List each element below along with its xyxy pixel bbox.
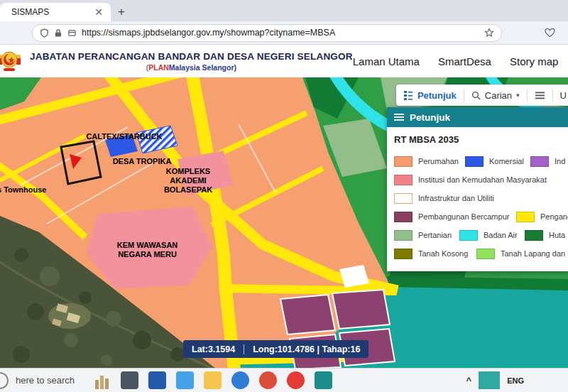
legend-label: Komersial [489, 157, 524, 165]
map-label-kem-line1: KEM WAWASAN [96, 241, 199, 250]
petunjuk-toolbar-label: Petunjuk [417, 90, 457, 101]
map-status-bar: Lat:3.1594 Long:101.4786 | Tahap:16 [183, 340, 368, 358]
map-label-kompleks-line3: BOLASEPAK [146, 185, 231, 195]
status-longitude-zoom: Long:101.4786 | Tahap:16 [253, 344, 360, 354]
file-explorer-icon[interactable] [204, 371, 222, 389]
legend-label: Tanah Lapang dan Re [501, 249, 568, 258]
legend-label: Tanah Kosong [418, 249, 468, 258]
legend-item: Huta [525, 230, 568, 241]
legend-panel-header[interactable]: Petunjuk [387, 107, 568, 127]
legend-item: Pembangunan Bercampur [394, 212, 516, 222]
legend-item: Komersial [465, 156, 530, 167]
status-latitude: Lat:3.1594 [192, 344, 235, 354]
weather-tile[interactable] [479, 371, 500, 389]
more-toolbar-label: U [560, 90, 567, 101]
nav-smartdesa[interactable]: SmartDesa [438, 55, 491, 67]
legend-row: Institusi dan Kemudahan Masyarakat [394, 170, 568, 189]
chrome-browser-icon[interactable] [259, 371, 277, 389]
legend-swatch [465, 156, 484, 167]
legend-swatch [394, 175, 413, 185]
collections-heart-icon[interactable] [545, 28, 555, 38]
carian-search-button[interactable]: Carian ▾ [464, 85, 527, 106]
legend-item: Pertanian [394, 230, 459, 241]
browser-window: SISMAPS ✕ + https://sismaps.jpbdselangor… [0, 0, 568, 392]
lock-icon[interactable] [54, 28, 62, 38]
tray-chevron-up-icon[interactable]: ^ [466, 375, 472, 386]
map-viewport: CALTEX/STARBUCK DESA TROPIKA KOMPLEKS AK… [0, 77, 568, 369]
petunjuk-toolbar-button[interactable]: Petunjuk [396, 85, 464, 106]
carian-label: Carian [485, 90, 512, 101]
legend-swatch [525, 230, 543, 241]
edge-browser-icon[interactable] [231, 371, 249, 389]
site-badge-icon[interactable] [67, 28, 77, 38]
tab-strip: SISMAPS ✕ + [0, 0, 568, 21]
more-toolbar-button[interactable]: U [553, 85, 568, 106]
taskbar-tray: ^ ENG [466, 371, 524, 389]
windows-taskbar: here to search ^ ENG [0, 368, 568, 392]
mail-app-icon[interactable] [148, 371, 166, 389]
legend-label: Badan Air [484, 231, 518, 239]
legend-row: PerumahanKomersialInd [394, 152, 568, 170]
legend-label: Institusi dan Kemudahan Masyarakat [418, 175, 547, 184]
search-icon [471, 91, 481, 100]
chevron-down-icon: ▾ [516, 92, 520, 99]
title-block: JABATAN PERANCANGAN BANDAR DAN DESA NEGE… [30, 51, 353, 72]
legend-swatch [394, 156, 413, 167]
legend-plan-title: RT MBSA 2035 [394, 134, 568, 145]
selangor-crest-logo [0, 48, 23, 75]
legend-item: Institusi dan Kemudahan Masyarakat [394, 175, 568, 185]
photos-app-icon[interactable] [176, 371, 194, 389]
legend-row: Pembangunan BercampurPengangk [394, 207, 568, 226]
legend-label: Perumahan [418, 157, 459, 165]
monument-app-icon[interactable] [93, 371, 111, 389]
legend-swatch [459, 230, 478, 241]
legend-rows: PerumahanKomersialIndInstitusi dan Kemud… [394, 152, 568, 263]
legend-header-icon [394, 113, 404, 121]
legend-body: RT MBSA 2035 PerumahanKomersialIndInstit… [387, 127, 568, 271]
task-view-icon[interactable] [121, 371, 138, 389]
legend-swatch [394, 212, 413, 222]
legend-swatch [394, 193, 413, 204]
store-app-icon[interactable] [315, 371, 332, 389]
browser-tab[interactable]: SISMAPS ✕ [0, 3, 111, 21]
bookmark-star-icon[interactable] [484, 28, 494, 38]
opera-browser-icon[interactable] [287, 371, 305, 389]
nav-story-map[interactable]: Story map [510, 55, 558, 67]
legend-label: Pengangk [540, 212, 568, 221]
nav-laman-utama[interactable]: Laman Utama [353, 55, 420, 67]
legend-swatch [516, 212, 535, 222]
map-label-kompleks-line2: AKADEMI [146, 176, 231, 185]
legend-swatch [394, 249, 413, 259]
legend-row: PertanianBadan AirHuta [394, 226, 568, 244]
map-toolbar: Petunjuk Carian ▾ U [396, 85, 568, 106]
layers-toolbar-button[interactable] [528, 85, 552, 106]
layers-icon [535, 91, 545, 100]
map-label-townhouse: s Townhouse [0, 185, 46, 195]
taskbar-app-icons [93, 371, 332, 389]
legend-list-icon [403, 90, 413, 100]
tab-close-icon[interactable]: ✕ [92, 6, 105, 18]
map-label-kompleks-line1: KOMPLEKS [146, 167, 231, 176]
legend-label: Ind [555, 157, 565, 165]
legend-swatch [476, 249, 495, 259]
legend-item: Badan Air [459, 230, 525, 241]
address-bar[interactable]: https://sismaps.jpbdselangor.gov.my/show… [32, 24, 502, 42]
search-circle-icon[interactable] [0, 372, 9, 389]
status-divider [244, 344, 244, 354]
legend-swatch [530, 156, 549, 167]
legend-row: Infrastruktur dan Utiliti [394, 189, 568, 207]
legend-label: Infrastruktur dan Utiliti [418, 194, 494, 202]
language-indicator[interactable]: ENG [507, 376, 524, 385]
map-label-kem-line2: NEGARA MERU [96, 250, 199, 259]
site-header: Selangor JABATAN PERANCANGAN BANDAR DAN … [0, 45, 568, 77]
legend-item: Infrastruktur dan Utiliti [394, 193, 568, 204]
new-tab-button[interactable]: + [118, 6, 125, 18]
url-text: https://sismaps.jpbdselangor.gov.my/show… [82, 28, 479, 38]
legend-panel: Petunjuk RT MBSA 2035 PerumahanKomersial… [387, 107, 568, 271]
map-label-kem-wawasan: KEM WAWASAN NEGARA MERU [96, 241, 199, 259]
tracking-shield-icon[interactable] [40, 28, 49, 38]
map-label-caltex: CALTEX/STARBUCK [71, 132, 178, 141]
map-label-kompleks: KOMPLEKS AKADEMI BOLASEPAK [146, 167, 231, 195]
taskbar-search-text[interactable]: here to search [16, 375, 75, 386]
legend-item: Pengangk [516, 212, 568, 222]
